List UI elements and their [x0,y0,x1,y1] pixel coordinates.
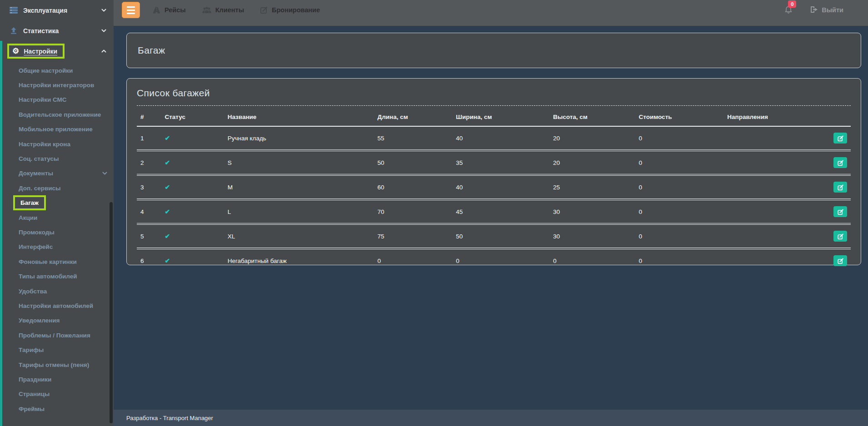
edit-row-button[interactable] [833,182,847,193]
height-cell: 0 [549,248,635,272]
subitem-label: Настройки интеграторов [19,82,94,89]
sidebar-subitem[interactable]: Настройки интеграторов [2,78,114,92]
sidebar-subitem[interactable]: Доп. сервисы [2,181,114,195]
edit-row-button[interactable] [833,133,847,144]
menu-item-klienty[interactable]: Клиенты [202,6,244,14]
edit-row-button[interactable] [833,206,847,217]
main-content: Багаж Список багажей # Статус Название Д… [114,26,868,410]
actions-cell [828,199,851,224]
sidebar-subitem[interactable]: Фреймы [2,401,114,416]
table-header-row: # Статус Название Длина, см Ширина, см В… [137,106,851,126]
length-cell: 0 [374,248,453,272]
sidebar-subitem[interactable]: Праздники [2,372,114,386]
sidebar-subitem[interactable]: Соц. статусы [2,151,114,166]
sidebar-subitem[interactable]: Промокоды [2,225,114,239]
menu-item-reysy[interactable]: Рейсы [153,6,186,14]
topbar-right: 0 Выйти [784,2,843,18]
baggage-table: # Статус Название Длина, см Ширина, см В… [137,106,851,272]
header-status: Статус [161,106,224,126]
sidebar-subitem-dokumenty[interactable]: Документы [2,166,114,181]
subitem-label: Типы автомобилей [19,273,77,280]
actions-cell [828,224,851,248]
length-cell: 70 [374,199,453,224]
sign-out-icon [810,6,818,15]
width-cell: 35 [452,150,549,175]
header-num: # [137,106,161,126]
logout-button[interactable]: Выйти [810,6,843,15]
sidebar-subitem[interactable]: Тарифы [2,342,114,357]
sidebar-scrollbar[interactable] [110,202,113,423]
subitem-label: Проблемы / Пожелания [19,332,90,339]
sidebar-subitem[interactable]: Интерфейс [2,240,114,254]
subitem-label: Соц. статусы [19,155,59,162]
sidebar-item-label: Статистика [23,27,59,35]
width-cell: 45 [452,199,549,224]
stats-icon [9,27,18,34]
row-number-cell: 1 [137,126,161,150]
subitem-label: Общие настройки [19,67,73,74]
sidebar-subitem[interactable]: Настройки крона [2,137,114,151]
actions-cell [828,150,851,175]
directions-cell [723,150,828,175]
sidebar: Эксплуатация Статистика ⚙ Настройки Общи… [0,0,114,426]
height-cell: 30 [549,199,635,224]
sidebar-subitem[interactable]: Мобильное приложение [2,122,114,137]
sidebar-item-label: Эксплуатация [23,7,67,14]
baggage-list-panel: Список багажей # Статус Название Длина, … [126,78,861,265]
sidebar-toggle-button[interactable] [122,2,140,18]
directions-cell [723,199,828,224]
subitem-label: Документы [19,170,53,177]
panel-title: Список багажей [137,88,851,99]
sidebar-subitem[interactable]: Акции [2,210,114,225]
sidebar-subitem[interactable]: Проблемы / Пожелания [2,328,114,342]
status-cell: ✔ [161,248,224,272]
menu-item-label: Клиенты [215,6,244,14]
sidebar-subitem[interactable]: Страницы [2,387,114,401]
table-row: 1 ✔ Ручная кладь 55 40 20 0 [137,126,851,150]
chevron-down-icon [101,9,106,12]
check-icon: ✔ [165,257,170,264]
sidebar-subitem[interactable]: Общие настройки [2,63,114,78]
footer: Разработка - Transport Manager [114,410,868,426]
sidebar-subitem[interactable]: Фоновые картинки [2,254,114,269]
sidebar-item-bagazh[interactable]: Багаж [2,196,114,210]
hamburger-icon [127,6,135,8]
subitem-label: Праздники [19,376,51,383]
logout-label: Выйти [822,6,843,14]
sidebar-settings-group: ⚙ Настройки Общие настройки Настройки ин… [0,41,114,426]
sidebar-subitem[interactable]: Тарифы отмены (пеня) [2,357,114,372]
menu-item-bronirovanie[interactable]: Бронирование [260,6,320,14]
edit-row-button[interactable] [833,157,847,168]
sidebar-subitem[interactable]: Настройки автомобилей [2,298,114,313]
sidebar-item-ekspluatatsiya[interactable]: Эксплуатация [0,0,114,20]
length-cell: 50 [374,150,453,175]
chevron-up-icon [101,50,106,53]
subitem-label: Водительское приложение [19,111,101,118]
width-cell: 40 [452,175,549,199]
sidebar-subitem[interactable]: Водительское приложение [2,107,114,122]
annotation-highlight-bagazh: Багаж [13,195,46,210]
name-cell: XL [224,224,374,248]
sidebar-subitem[interactable]: Типы автомобилей [2,269,114,283]
sidebar-subitem[interactable]: Уведомления [2,313,114,328]
page-header-panel: Багаж [126,33,861,68]
edit-row-button[interactable] [833,255,847,266]
sidebar-subitem[interactable]: Удобства [2,284,114,298]
check-icon: ✔ [165,159,170,166]
subitem-label: Доп. сервисы [19,185,61,192]
sidebar-subitem[interactable]: Настройки СМС [2,93,114,107]
status-cell: ✔ [161,199,224,224]
header-length: Длина, см [374,106,453,126]
edit-row-button[interactable] [833,231,847,242]
subitem-label: Фреймы [19,406,45,412]
top-menu: Рейсы Клиенты Бронирование [153,2,320,18]
sidebar-item-nastroyki[interactable]: ⚙ Настройки [2,41,114,61]
cost-cell: 0 [635,248,724,272]
header-directions: Направления [723,106,828,126]
notifications-button[interactable]: 0 [784,5,793,16]
length-cell: 60 [374,175,453,199]
edit-icon [260,6,268,14]
settings-submenu: Общие настройки Настройки интеграторов Н… [2,63,114,426]
subitem-label: Уведомления [19,317,60,324]
sidebar-item-statistika[interactable]: Статистика [0,20,114,41]
